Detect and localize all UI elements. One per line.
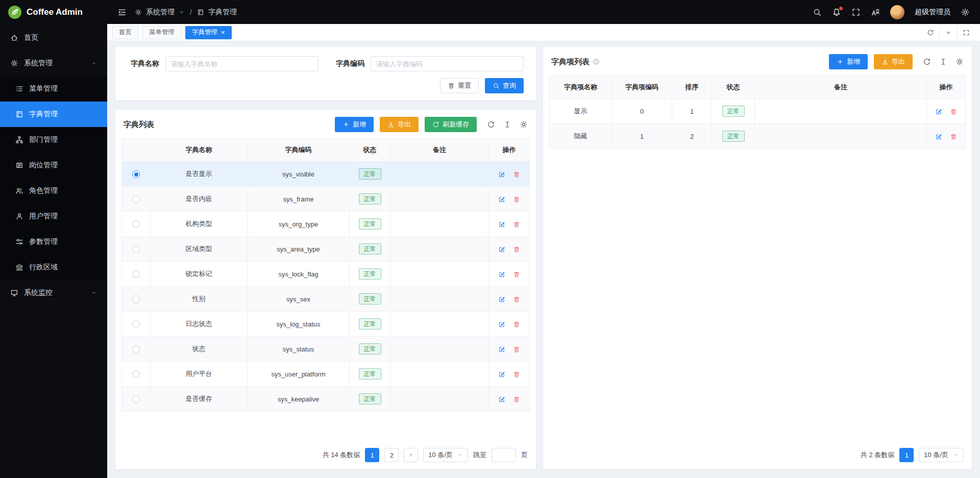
export-dict-items-button[interactable]: 导出	[874, 54, 913, 69]
edit-icon[interactable]	[498, 371, 505, 378]
refresh-cache-button[interactable]: 刷新缓存	[425, 117, 477, 132]
fullscreen-icon[interactable]	[851, 8, 861, 17]
refresh-icon[interactable]	[487, 120, 495, 129]
delete-icon[interactable]	[513, 171, 520, 178]
delete-icon[interactable]	[513, 296, 520, 303]
user-avatar[interactable]	[890, 5, 904, 19]
sidebar-item-user-mgmt[interactable]: 用户管理	[0, 204, 107, 229]
sidebar-item-dept-mgmt[interactable]: 部门管理	[0, 127, 107, 153]
next-page-button[interactable]	[404, 448, 418, 462]
dict-row[interactable]: 状态 sys_status 正常	[122, 337, 530, 362]
row-radio[interactable]	[132, 395, 140, 403]
delete-icon[interactable]	[513, 196, 520, 203]
refresh-icon[interactable]	[923, 58, 931, 66]
delete-icon[interactable]	[950, 133, 957, 140]
reset-button[interactable]: 重置	[440, 78, 479, 93]
row-radio[interactable]	[132, 170, 140, 178]
content-fullscreen-button[interactable]	[957, 27, 975, 38]
dict-row[interactable]: 性别 sys_sex 正常	[122, 287, 530, 312]
dict-row[interactable]: 日志状态 sys_log_status 正常	[122, 312, 530, 337]
delete-icon[interactable]	[950, 108, 957, 115]
page-2-button[interactable]: 2	[384, 448, 399, 462]
delete-icon[interactable]	[513, 371, 520, 378]
row-radio[interactable]	[132, 345, 140, 353]
dict-row[interactable]: 锁定标记 sys_lock_flag 正常	[122, 262, 530, 287]
breadcrumb-system[interactable]: 系统管理	[146, 8, 175, 17]
sidebar-item-role-mgmt[interactable]: 角色管理	[0, 178, 107, 204]
row-radio[interactable]	[132, 245, 140, 253]
sidebar-item-region-mgmt[interactable]: 行政区域	[0, 255, 107, 280]
page-1-button[interactable]: 1	[899, 448, 914, 462]
delete-icon[interactable]	[513, 346, 520, 353]
notifications-button[interactable]	[832, 8, 841, 17]
jump-page-input[interactable]	[492, 448, 516, 462]
delete-icon[interactable]	[513, 321, 520, 328]
dict-item-row[interactable]: 显示 0 1 正常	[550, 99, 966, 124]
add-dict-item-button[interactable]: 新增	[829, 54, 868, 69]
page-1-button[interactable]: 1	[365, 448, 379, 462]
column-header: 备注	[755, 76, 927, 99]
edit-icon[interactable]	[498, 171, 505, 178]
dict-list-panel: 字典列表 新增 导出 刷新	[115, 110, 536, 469]
delete-icon[interactable]	[513, 246, 520, 253]
sidebar-item-dict-mgmt[interactable]: 字典管理	[0, 102, 107, 127]
edit-icon[interactable]	[498, 221, 505, 228]
row-radio[interactable]	[132, 370, 140, 378]
dict-name-input[interactable]	[165, 56, 318, 71]
delete-icon[interactable]	[513, 221, 520, 228]
edit-icon[interactable]	[498, 396, 505, 403]
chevron-down-icon	[457, 452, 463, 458]
sidebar-item-menu-mgmt[interactable]: 菜单管理	[0, 76, 107, 102]
translate-icon[interactable]	[871, 8, 880, 17]
edit-icon[interactable]	[498, 346, 505, 353]
row-radio[interactable]	[132, 195, 140, 203]
delete-icon[interactable]	[513, 396, 520, 403]
collapse-sidebar-icon[interactable]	[117, 8, 127, 17]
close-tab-icon[interactable]: ×	[221, 29, 225, 36]
add-dict-button[interactable]: 新增	[335, 117, 374, 132]
delete-icon[interactable]	[513, 271, 520, 278]
row-radio[interactable]	[132, 295, 140, 303]
dict-row[interactable]: 是否缓存 sys_keepalive 正常	[122, 387, 530, 412]
page-size-select[interactable]: 10 条/页	[919, 448, 964, 462]
tab-menu-mgmt[interactable]: 菜单管理	[142, 26, 181, 39]
tab-actions-dropdown[interactable]	[939, 27, 957, 38]
dict-code-input[interactable]	[371, 56, 524, 71]
dict-item-row[interactable]: 隐藏 1 2 正常	[550, 124, 966, 149]
edit-icon[interactable]	[498, 271, 505, 278]
row-radio[interactable]	[132, 320, 140, 328]
edit-icon[interactable]	[498, 196, 505, 203]
sidebar-item-system-monitor[interactable]: 系统监控	[0, 280, 107, 306]
user-icon	[15, 212, 23, 220]
page-size-select[interactable]: 10 条/页	[423, 448, 468, 462]
column-settings-icon[interactable]	[520, 120, 528, 129]
query-button[interactable]: 查询	[485, 78, 524, 93]
column-settings-icon[interactable]	[955, 58, 964, 66]
dict-row[interactable]: 是否显示 sys_visible 正常	[122, 162, 530, 187]
dict-row[interactable]: 机构类型 sys_org_type 正常	[122, 212, 530, 237]
sidebar-item-post-mgmt[interactable]: 岗位管理	[0, 153, 107, 178]
text-cursor-icon[interactable]	[503, 120, 511, 129]
row-radio[interactable]	[132, 220, 140, 228]
dict-row[interactable]: 区域类型 sys_area_type 正常	[122, 237, 530, 262]
edit-icon[interactable]	[935, 133, 942, 140]
export-dict-button[interactable]: 导出	[380, 117, 419, 132]
text-cursor-icon[interactable]	[939, 58, 947, 66]
tab-home[interactable]: 首页	[112, 26, 138, 39]
dict-row[interactable]: 用户平台 sys_user_platform 正常	[122, 362, 530, 387]
row-radio[interactable]	[132, 270, 140, 278]
sidebar-item-param-mgmt[interactable]: 参数管理	[0, 229, 107, 255]
settings-icon[interactable]	[961, 8, 970, 17]
refresh-page-button[interactable]	[922, 27, 939, 38]
edit-icon[interactable]	[935, 108, 942, 115]
search-icon[interactable]	[813, 8, 822, 17]
tab-dict-mgmt[interactable]: 字典管理 ×	[185, 26, 232, 39]
refresh-icon	[927, 29, 934, 36]
edit-icon[interactable]	[498, 321, 505, 328]
sidebar-item-home[interactable]: 首页	[0, 25, 107, 51]
dict-row[interactable]: 是否内嵌 sys_frame 正常	[122, 187, 530, 212]
username[interactable]: 超级管理员	[915, 8, 950, 17]
sidebar-item-system-mgmt[interactable]: 系统管理	[0, 51, 107, 76]
edit-icon[interactable]	[498, 296, 505, 303]
edit-icon[interactable]	[498, 246, 505, 253]
